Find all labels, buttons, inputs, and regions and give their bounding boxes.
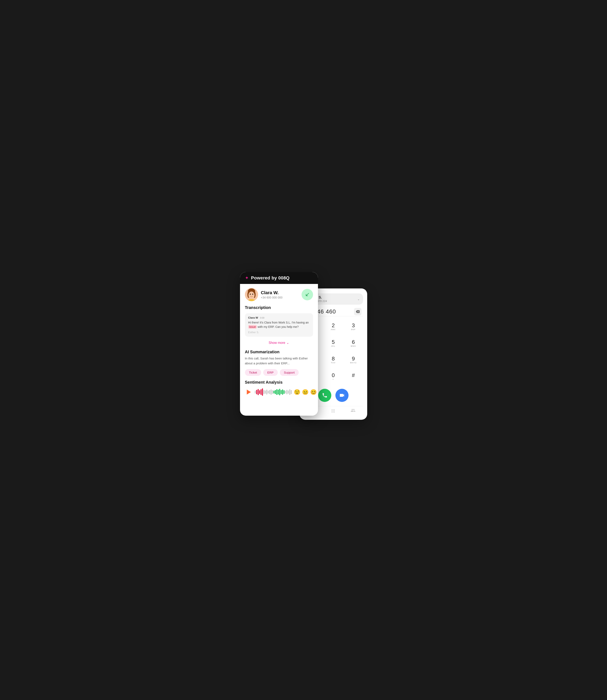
waveform-bar: [269, 390, 270, 394]
waveform-bar: [271, 389, 272, 395]
waveform: [255, 388, 292, 396]
waveform-bar: [273, 391, 274, 393]
voice-call-button[interactable]: [318, 389, 331, 402]
incoming-call-button[interactable]: [301, 289, 313, 300]
tag-ticket: Ticket: [245, 369, 261, 376]
dial-key-2[interactable]: 2 ABC: [324, 319, 343, 335]
dialpad-icon[interactable]: [331, 408, 336, 414]
sentiment-title: Sentiment Analysis: [245, 380, 313, 385]
waveform-bar: [284, 390, 285, 394]
tag-support: Support: [280, 369, 299, 376]
waveform-bar: [259, 390, 260, 394]
dial-key-hash[interactable]: #: [344, 369, 363, 385]
chevron-down-icon: ⌄: [357, 297, 360, 301]
contact-info: Clara W. +34 600 000 000: [261, 290, 299, 299]
sparkle-icon: ✦: [245, 275, 249, 281]
waveform-bar: [280, 390, 282, 394]
waveform-bar: [262, 388, 263, 396]
ai-card: ✦ Powered by 008Q: [240, 272, 318, 416]
transcription-section: Transcription: [245, 305, 313, 310]
show-more-button[interactable]: Show more ⌄: [245, 340, 313, 346]
ai-header-title: Powered by 008Q: [251, 275, 290, 281]
video-call-button[interactable]: [335, 389, 349, 402]
contacts-icon[interactable]: [351, 408, 356, 414]
transcript-time: 0:00: [260, 316, 265, 319]
transcription-title: Transcription: [245, 305, 313, 310]
transcript-text: Hi there! It's Clara from Work S.L. I'm …: [248, 321, 310, 329]
backspace-button[interactable]: [354, 308, 361, 315]
dial-key-6[interactable]: 6 MNO: [344, 335, 363, 351]
waveform-bar: [276, 389, 277, 395]
summarization-title: AI Summarization: [245, 350, 313, 354]
waveform-bar: [258, 389, 259, 395]
tag-erp: ERP: [263, 369, 278, 376]
sentiment-section: Sentiment Analysis: [245, 379, 313, 385]
svg-point-4: [248, 291, 255, 299]
play-button[interactable]: [245, 388, 253, 396]
transcript-faded: Esther S.: [248, 331, 310, 334]
transcription-box: Clara W 0:00 Hi there! It's Clara from W…: [245, 313, 313, 337]
waveform-bar: [288, 390, 289, 394]
ai-header-bar: ✦ Powered by 008Q: [240, 272, 318, 284]
waveform-bar: [289, 389, 290, 395]
dial-key-9[interactable]: 9 WXYZ: [344, 352, 363, 368]
sentiment-row: 😟 😐 😊: [245, 388, 313, 396]
dial-key-3[interactable]: 3 DEF: [344, 319, 363, 335]
waveform-bar: [272, 390, 273, 394]
play-triangle-icon: [247, 390, 251, 394]
neutral-emoji: 😐: [302, 389, 309, 395]
waveform-bar: [279, 389, 280, 395]
tags-row: Ticket ERP Support: [245, 369, 313, 376]
waveform-bar: [291, 390, 292, 394]
contact-phone: +34 600 000 000: [261, 296, 299, 299]
ai-content: Clara W. +34 600 000 000 Transcription C…: [240, 284, 318, 416]
avatar: [245, 288, 258, 301]
waveform-bar: [278, 390, 279, 394]
svg-point-5: [250, 293, 251, 295]
dial-key-8[interactable]: 8 TUV: [324, 352, 343, 368]
contact-row: Clara W. +34 600 000 000: [245, 288, 313, 301]
waveform-bar: [265, 390, 266, 394]
waveform-bar: [286, 390, 287, 394]
waveform-bar: [282, 389, 283, 395]
highlight-word: issue: [248, 325, 257, 329]
waveform-bar: [264, 390, 265, 394]
svg-point-6: [252, 293, 253, 295]
contact-name: Clara W.: [261, 290, 299, 295]
waveform-bar: [255, 391, 256, 393]
transcript-speaker-label: Clara W 0:00: [248, 316, 310, 319]
summary-text: In this call, Sarah has been talking wit…: [245, 356, 313, 366]
emoji-row: 😟 😐 😊: [294, 389, 317, 395]
happy-emoji: 😊: [310, 389, 317, 395]
waveform-bar: [285, 391, 286, 393]
waveform-bar: [256, 390, 257, 394]
waveform-bar: [260, 389, 261, 395]
dial-key-0[interactable]: 0 +: [324, 369, 343, 385]
chevron-down-icon: ⌄: [286, 341, 289, 345]
waveform-bar: [268, 391, 269, 393]
dial-key-5[interactable]: 5 JKL: [324, 335, 343, 351]
waveform-bar: [275, 390, 276, 394]
summarization-section: AI Summarization In this call, Sarah has…: [245, 349, 313, 366]
sad-emoji: 😟: [294, 389, 300, 395]
waveform-bar: [266, 390, 267, 394]
